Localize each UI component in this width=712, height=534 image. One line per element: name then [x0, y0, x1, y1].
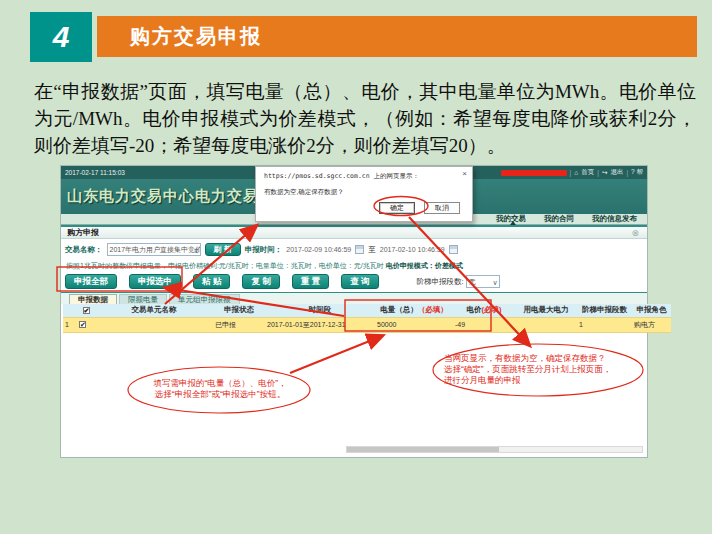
ladder-section: 阶梯申报段数: 无 ∨ [417, 275, 500, 288]
to-label: 至 [368, 245, 376, 255]
header-energy: 电量（总）（必填） [375, 304, 453, 317]
topbar-timestamp: 2017-02-17 11:15:03 [65, 169, 125, 176]
home-icon: ⌂ [574, 169, 578, 176]
data-tabs: 申报数据 限额电量 单元组申报限额 [61, 292, 647, 304]
query-form-row: 交易名称： 2017年电力用户直接集中竞价交易 ∨ 刷 新 申报时间： 2017… [61, 239, 647, 260]
slide-title: 购方交易申报 [130, 25, 262, 47]
cell-index: 1 [63, 317, 77, 332]
header-energy-label: 电量（总） [380, 305, 418, 314]
help-link[interactable]: ? 帮 [631, 168, 643, 177]
browser-confirm-dialog: https://pmos.sd.sgcc.com.cn 上的网页显示： × 有数… [255, 166, 473, 222]
header-role: 申报角色 [632, 304, 671, 317]
cell-price-input[interactable]: -49 [453, 317, 515, 332]
horizontal-scrollbar[interactable] [346, 446, 643, 453]
separator: | [570, 169, 572, 176]
header-price: 电价(必填) [453, 304, 515, 317]
dialog-source-text: https://pmos.sd.sgcc.com.cn 上的网页显示： [256, 167, 472, 181]
nav-item-label: 我的合同 [544, 214, 574, 223]
header-index [63, 304, 77, 317]
trade-name-label: 交易名称： [65, 245, 103, 255]
query-button[interactable]: 查 询 [341, 274, 378, 289]
nav-item-my-contracts[interactable]: 我的合同 [544, 214, 574, 224]
slide-title-bar: 购方交易申报 [97, 16, 697, 57]
nav-item-label: 我的信息发布 [592, 214, 637, 223]
chevron-down-icon: ∨ [492, 277, 497, 288]
ladder-label: 阶梯申报段数: [417, 277, 464, 287]
slide-number-box: 4 [30, 12, 92, 62]
time-to-value: 2017-02-10 10:46:59 [380, 246, 445, 253]
calendar-icon[interactable] [449, 245, 458, 254]
dialog-cancel-button[interactable]: 取消 [424, 202, 460, 214]
instruction-line: 按照1兆瓦时的整数倍申报电量，申报电价精确到:元/兆瓦时；电量单位：兆瓦时，电价… [61, 260, 647, 271]
header-unit-name: 交易单元名称 [95, 304, 213, 317]
header-max-power: 用电最大电力 [515, 304, 577, 317]
panel-close-icon[interactable]: ⊗ [631, 229, 639, 237]
price-mode-text: 电价申报模式：价差模式 [386, 262, 463, 269]
trade-name-select[interactable]: 2017年电力用户直接集中竞价交易 ∨ [107, 243, 201, 256]
row-checkbox[interactable]: ✔ [79, 321, 86, 328]
separator: | [597, 169, 599, 176]
active-nav-indicator-icon [510, 221, 516, 225]
header-status: 申报状态 [213, 304, 265, 317]
reset-button[interactable]: 重 置 [292, 274, 329, 289]
trade-name-value: 2017年电力用户直接集中竞价交易 [110, 246, 201, 253]
select-all-checkbox[interactable]: ✔ [83, 307, 90, 314]
header-checkbox-cell: ✔ [77, 304, 95, 317]
header-ladder-count: 阶梯申报段数 [577, 304, 632, 317]
logout-icon: ↪ [602, 169, 607, 177]
action-button-row: 申报全部 申报选中 粘 贴 复 制 重 置 查 询 阶梯申报段数: 无 ∨ [61, 271, 647, 292]
declare-all-button[interactable]: 申报全部 [65, 274, 117, 289]
slide: 4 购方交易申报 在“申报数据”页面，填写电量（总）、电价，其中电量单位为MWh… [0, 0, 712, 534]
home-link[interactable]: 首页 [581, 168, 594, 177]
cell-checkbox: ✔ [77, 317, 95, 332]
table-row[interactable]: 1 ✔ 已申报 2017-01-01至2017-12-31 50000 -49 … [63, 317, 671, 332]
ladder-value: 无 [469, 278, 476, 285]
paste-button[interactable]: 粘 贴 [193, 274, 230, 289]
required-note: (必填) [482, 305, 502, 314]
panel-titlebar: 购方申报 ⊗ [61, 225, 647, 239]
required-note: （必填） [418, 305, 448, 314]
cell-ladder-count: 1 [577, 317, 632, 332]
slide-number: 4 [53, 20, 70, 54]
calendar-icon[interactable] [355, 245, 364, 254]
nav-item-my-info[interactable]: 我的信息发布 [592, 214, 637, 224]
redacted-username [501, 170, 567, 176]
dialog-close-icon[interactable]: × [462, 170, 467, 177]
time-from-value: 2017-02-09 10:46:59 [286, 246, 351, 253]
panel-title: 购方申报 [67, 227, 99, 238]
refresh-button[interactable]: 刷 新 [205, 243, 241, 256]
cell-max-power [515, 317, 577, 332]
nav-item-my-trades[interactable]: 我的交易 [496, 214, 526, 224]
table-header-row: ✔ 交易单元名称 申报状态 时间段 电量（总）（必填） 电价(必填) 用电最大电… [63, 304, 671, 317]
cell-status: 已申报 [213, 317, 265, 332]
dialog-ok-button[interactable]: 确定 [379, 202, 415, 214]
tab-quota-energy[interactable]: 限额电量 [119, 294, 167, 304]
body-paragraph: 在“申报数据”页面，填写电量（总）、电价，其中电量单位为MWh。电价单位为元/M… [34, 78, 696, 159]
cell-energy-input[interactable]: 50000 [375, 317, 453, 332]
separator: | [626, 169, 628, 176]
cell-period: 2017-01-01至2017-12-31 [265, 317, 375, 332]
chevron-down-icon: ∨ [193, 245, 198, 256]
tab-unit-group-quota[interactable]: 单元组申报限额 [169, 294, 240, 304]
copy-button[interactable]: 复 制 [242, 274, 279, 289]
dialog-buttons: 确定 取消 [379, 202, 460, 214]
scrollbar-thumb[interactable] [347, 447, 499, 452]
instruction-text: 按照1兆瓦时的整数倍申报电量，申报电价精确到:元/兆瓦时；电量单位：兆瓦时，电价… [66, 262, 386, 269]
header-period: 时间段 [265, 304, 375, 317]
declare-time-label: 申报时间： [245, 245, 283, 255]
logout-link[interactable]: 退出 [610, 168, 623, 177]
header-price-label: 电价 [467, 305, 482, 314]
ladder-select[interactable]: 无 ∨ [466, 275, 500, 288]
cell-unit-name [95, 317, 213, 332]
cell-role: 购电方 [632, 317, 671, 332]
declare-selected-button[interactable]: 申报选中 [129, 274, 181, 289]
declaration-table: ✔ 交易单元名称 申报状态 时间段 电量（总）（必填） 电价(必填) 用电最大电… [63, 304, 671, 333]
topbar-right: | ⌂ 首页 | ↪ 退出 | ? 帮 [501, 168, 643, 177]
tab-declare-data[interactable]: 申报数据 [69, 294, 117, 304]
dialog-message: 有数据为空,确定保存数据？ [256, 181, 472, 197]
